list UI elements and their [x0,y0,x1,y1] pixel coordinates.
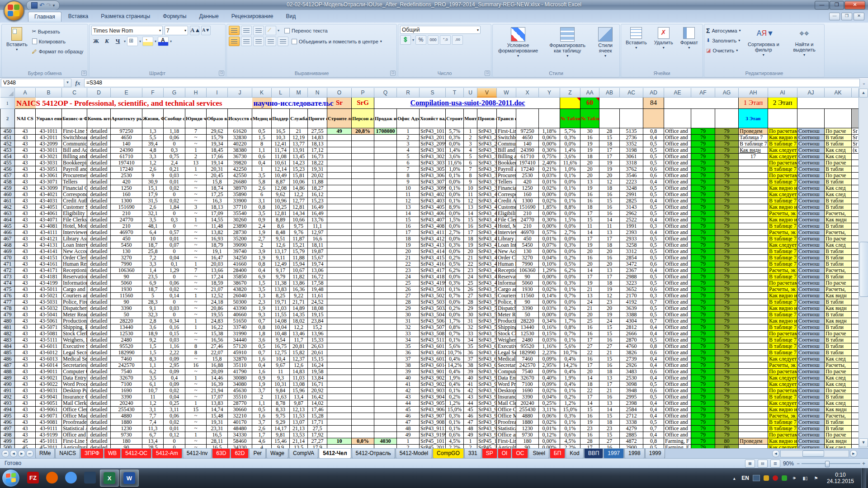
cell-F486[interactable]: 8,3 [142,356,164,362]
cell-U483[interactable]: 34 [464,337,477,343]
cell-C487[interactable]: Secretaries an [62,362,87,368]
cell-B478[interactable]: 43-5032 [36,305,62,311]
column-header-F[interactable]: F [142,88,164,97]
cell-N486[interactable]: 15,15 [308,356,327,362]
cell-N459[interactable]: 18,27 [308,185,327,191]
cell-U476[interactable]: 27 [464,292,477,299]
cell-AF2[interactable] [691,108,715,128]
cell-S469[interactable]: SrP43_4141 [420,248,446,254]
cell-AK494[interactable]: Как видн [825,406,852,413]
row-header-476[interactable]: 476 [0,292,15,299]
cell-AB481[interactable]: 15 [599,324,620,330]
cell-AI456[interactable]: В таблице 7 [768,166,797,172]
cell-AB465[interactable]: 11 [599,223,620,229]
cell-M481[interactable]: 12,2 [290,324,308,330]
cell-AI464[interactable]: Как видно и [768,216,797,223]
cell-H459[interactable]: ~ [185,185,207,191]
cell-AA497[interactable]: 23 [580,425,599,432]
cell-R480[interactable]: 31 [397,318,420,324]
cell-AF464[interactable]: 79 [691,216,715,223]
cell-474[interactable] [852,280,859,286]
cell-V453[interactable]: SrP43_30 [477,147,497,153]
cell-D461[interactable]: detailed [87,197,111,204]
cell-X497[interactable]: 1230 [516,425,539,432]
cell-AD450[interactable]: 0,8 [643,128,664,134]
cell-S493[interactable]: SrP43_9051 [420,400,446,406]
cell-R463[interactable]: 14 [397,210,420,216]
cell-B471[interactable]: 43-4161 [36,261,62,267]
cell-AB471[interactable]: 20 [599,261,620,267]
cell-AD464[interactable]: 0,4 [643,216,664,223]
cell-AG484[interactable]: 79 [715,343,739,349]
cell-AC1[interactable] [620,97,643,108]
row-header-459[interactable]: 459 [0,185,15,191]
cell-L469[interactable]: 13,17 [272,248,290,254]
cell-AH478[interactable] [739,305,768,311]
cell-475[interactable] [852,286,859,292]
cell-X487[interactable]: 242570 [516,362,539,368]
cell-AE494[interactable]: Office and [664,406,691,413]
cell-AA465[interactable]: 11 [580,223,599,229]
cell-H450[interactable]: 7 [185,128,207,134]
cell-D498[interactable]: detailed [87,432,111,438]
cell-AI477[interactable]: В таблице 7 [768,299,797,305]
cell-AC482[interactable]: 2666 [620,330,643,337]
cell-U457[interactable]: 8 [464,172,477,178]
cell-AH494[interactable] [739,406,768,413]
cell-H470[interactable]: ~ [185,254,207,261]
cell-X457[interactable]: 2530 [516,172,539,178]
cell-P488[interactable] [352,368,374,375]
cell-Z485[interactable]: 10,7% [560,349,580,356]
cell-AC473[interactable]: 2988 [620,273,643,280]
cell-X494[interactable]: 255430 [516,406,539,413]
cell-W452[interactable]: Communi [497,141,516,147]
cell-455[interactable] [852,160,859,166]
cell-B470[interactable]: 43-4151 [36,254,62,261]
cell-C483[interactable]: Weighers, Me [62,337,87,343]
cell-O491[interactable] [327,387,352,394]
cell-Q467[interactable] [374,235,397,242]
cell-K479[interactable]: 9,3 [252,311,272,318]
cell-G464[interactable]: 0,3 [164,216,185,223]
cell-AK474[interactable]: По расче [825,280,852,286]
row-header-451[interactable]: 451 [0,134,15,141]
cell-AF495[interactable]: 79 [691,413,715,419]
cell-AA482[interactable]: 16 [580,330,599,337]
cell-AD2[interactable] [643,108,664,128]
cell-D471[interactable]: detailed [87,261,111,267]
cell-K480[interactable]: 0,7 [252,318,272,324]
cell-N455[interactable]: 18,22 [308,160,327,166]
cell-Z2[interactable]: № Табли [560,108,580,128]
cell-AA488[interactable]: 20 [580,368,599,375]
cell-J459[interactable]: 38970 [228,185,252,191]
cell-P463[interactable] [352,210,374,216]
cell-E474[interactable]: 5060 [111,280,142,286]
insert-function-icon[interactable]: fx [71,80,84,87]
cell-AG492[interactable]: 79 [715,394,739,400]
cell-F457[interactable]: 9 [142,172,164,178]
cell-O481[interactable] [327,324,352,330]
cell-M458[interactable]: 10,06 [290,178,308,185]
cell-V481[interactable]: SrP43_50 [477,324,497,330]
cell-S499[interactable]: SrP45_1011 [420,438,446,444]
cell-O462[interactable] [327,204,352,210]
cell-J453[interactable]: 38380 [228,147,252,153]
cell-F454[interactable]: 3,3 [142,153,164,160]
cell-AG464[interactable]: 79 [715,216,739,223]
cell-F465[interactable]: 48,1 [142,223,164,229]
cell-450[interactable]: Sr [852,128,859,134]
cell-S468[interactable]: SrP43_4131 [420,242,446,248]
cell-AF479[interactable]: 79 [691,311,715,318]
cell-Z491[interactable]: 0,1% [560,387,580,394]
cell-X475[interactable]: 1930 [516,286,539,292]
cell-O2[interactable]: Строите льстве и [327,108,352,128]
cell-AC456[interactable]: 3762 [620,166,643,172]
cell-AH450[interactable]: Проведем [739,128,768,134]
cell-G466[interactable]: 0,57 [164,229,185,235]
cell-AK456[interactable]: В табли [825,166,852,172]
cell-AD490[interactable]: 0,5 [643,381,664,387]
cell-AC487[interactable]: 2926 [620,362,643,368]
cell-R498[interactable]: 49 [397,432,420,438]
row-header-497[interactable]: 497 [0,425,15,432]
cell-I487[interactable]: 16,88 [207,362,228,368]
